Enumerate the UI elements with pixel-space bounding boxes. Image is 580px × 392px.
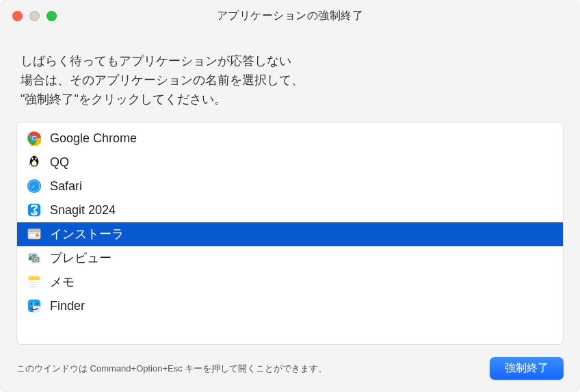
qq-icon <box>27 155 42 170</box>
svg-point-39 <box>36 304 38 305</box>
close-window-button[interactable] <box>12 11 23 21</box>
app-name-label: プレビュー <box>50 250 111 266</box>
app-name-label: QQ <box>50 155 69 170</box>
instructions-text: しばらく待ってもアプリケーションが応答しない 場合は、そのアプリケーションの名前… <box>16 31 564 122</box>
svg-point-7 <box>31 157 34 160</box>
app-name-label: Snagit 2024 <box>50 203 116 218</box>
svg-point-38 <box>31 304 32 305</box>
titlebar: アプリケーションの強制終了 <box>0 0 580 31</box>
svg-point-10 <box>35 159 36 159</box>
list-item[interactable]: Google Chrome <box>17 127 563 151</box>
app-name-label: メモ <box>50 274 75 290</box>
chrome-icon <box>27 131 42 146</box>
window-title: アプリケーションの強制終了 <box>0 9 580 23</box>
content-area: しばらく待ってもアプリケーションが応答しない 場合は、そのアプリケーションの名前… <box>0 31 580 392</box>
installer-icon <box>27 226 42 241</box>
snagit-icon <box>27 202 42 218</box>
list-item[interactable]: メモ <box>17 270 563 294</box>
zoom-window-button[interactable] <box>47 11 57 21</box>
preview-icon <box>27 250 42 265</box>
application-list: Google Chrome QQ Safari Snagit 2024 <box>16 122 564 345</box>
safari-icon <box>27 179 42 194</box>
instructions-line1: しばらく待ってもアプリケーションが応答しない <box>21 54 291 68</box>
minimize-window-button[interactable] <box>29 11 40 21</box>
footer: このウインドウは Command+Option+Esc キーを押して開くことがで… <box>16 345 564 380</box>
app-name-label: インストーラ <box>50 226 124 242</box>
svg-point-4 <box>32 137 36 140</box>
instructions-line2: 場合は、そのアプリケーションの名前を選択して、 <box>21 73 304 87</box>
shortcut-hint: このウインドウは Command+Option+Esc キーを押して開くことがで… <box>16 363 327 375</box>
svg-point-26 <box>30 254 31 256</box>
list-item[interactable]: QQ <box>17 151 563 174</box>
svg-point-8 <box>35 157 37 160</box>
finder-icon <box>27 298 42 313</box>
list-item[interactable]: Safari <box>17 174 563 198</box>
traffic-lights <box>12 11 57 21</box>
list-item[interactable]: プレビュー <box>17 246 563 270</box>
app-name-label: Safari <box>50 179 82 194</box>
svg-rect-22 <box>28 229 40 233</box>
notes-icon <box>27 274 42 289</box>
instructions-line3: "強制終了"をクリックしてください。 <box>21 92 226 106</box>
list-item[interactable]: Finder <box>17 294 563 318</box>
svg-rect-33 <box>29 279 40 280</box>
app-name-label: Google Chrome <box>50 131 137 146</box>
svg-point-9 <box>33 159 34 159</box>
app-name-label: Finder <box>50 299 85 313</box>
force-quit-window: アプリケーションの強制終了 しばらく待ってもアプリケーションが応答しない 場合は… <box>0 0 580 392</box>
svg-point-12 <box>31 161 36 166</box>
list-item[interactable]: インストーラ <box>17 222 563 246</box>
svg-rect-23 <box>29 234 36 237</box>
force-quit-button[interactable]: 強制終了 <box>490 357 564 380</box>
list-item[interactable]: Snagit 2024 <box>17 198 563 222</box>
